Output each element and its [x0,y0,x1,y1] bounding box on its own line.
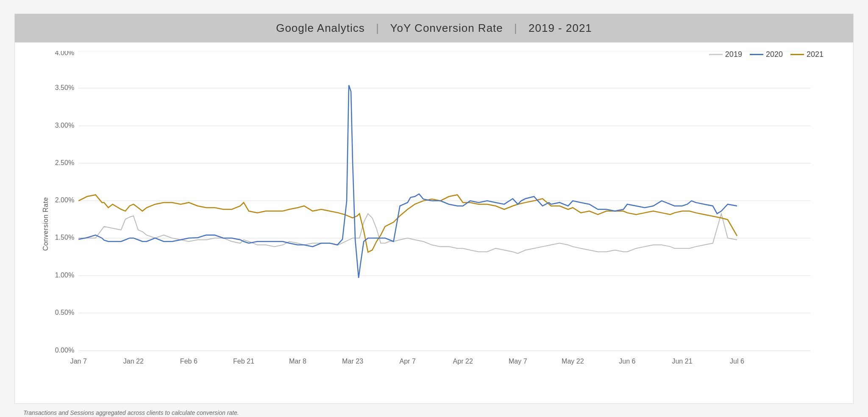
svg-text:3.00%: 3.00% [55,121,75,129]
legend-label-2020: 2020 [766,50,783,59]
svg-text:Jun 6: Jun 6 [619,357,635,364]
legend-item-2021: 2021 [790,50,823,59]
svg-text:Mar 8: Mar 8 [289,357,306,364]
legend-label-2019: 2019 [725,50,742,59]
svg-text:1.50%: 1.50% [55,233,75,241]
line-2020 [78,85,737,277]
legend-item-2020: 2020 [750,50,783,59]
separator2: | [514,22,517,34]
legend-line-2019 [709,54,723,55]
svg-text:2.00%: 2.00% [55,196,75,204]
line-2021 [78,195,737,252]
svg-text:Apr 7: Apr 7 [399,357,415,364]
svg-text:1.00%: 1.00% [55,271,75,279]
chart-footnote: Transactions and Sessions aggregated acr… [15,406,853,417]
svg-text:Jan 22: Jan 22 [123,357,144,364]
date-range-label: 2019 - 2021 [529,22,592,34]
metric-label: YoY Conversion Rate [390,22,503,34]
svg-text:4.00%: 4.00% [55,51,75,56]
chart-body: 2019 2020 2021 Conversion Rate [15,42,853,406]
chart-header: Google Analytics | YoY Conversion Rate |… [15,14,853,42]
svg-text:Feb 21: Feb 21 [233,357,254,364]
legend-item-2019: 2019 [709,50,742,59]
source-label: Google Analytics [276,22,365,34]
svg-text:May 22: May 22 [562,357,584,364]
svg-text:Mar 23: Mar 23 [342,357,363,364]
svg-text:Feb 6: Feb 6 [180,357,198,364]
legend-line-2020 [750,54,763,55]
legend-label-2021: 2021 [807,50,823,59]
svg-text:Apr 22: Apr 22 [453,357,473,364]
svg-text:Jan 7: Jan 7 [70,357,87,364]
svg-text:May 7: May 7 [509,357,527,364]
svg-text:3.50%: 3.50% [55,83,75,91]
legend-line-2021 [790,54,804,55]
line-2019 [78,213,737,253]
svg-text:Jun 21: Jun 21 [672,357,692,364]
svg-text:0.00%: 0.00% [55,346,75,353]
line-chart: 0.00% 0.50% 1.00% 1.50% 2.00% 2.50% 3.00… [53,51,828,381]
chart-container: Google Analytics | YoY Conversion Rate |… [14,14,854,404]
y-axis-label: Conversion Rate [42,197,50,251]
chart-legend: 2019 2020 2021 [709,50,823,59]
svg-text:0.50%: 0.50% [55,308,75,316]
svg-text:2.50%: 2.50% [55,158,75,166]
separator1: | [376,22,379,34]
svg-text:Jul 6: Jul 6 [730,357,744,364]
